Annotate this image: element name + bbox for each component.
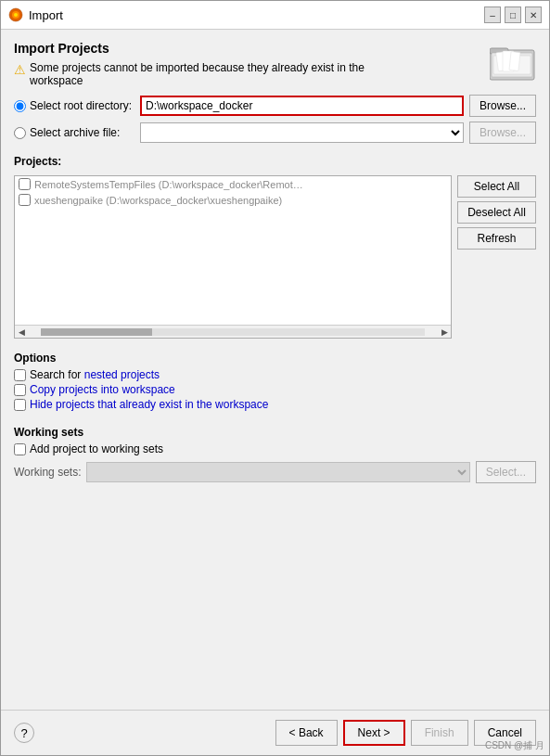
root-dir-row: Select root directory: Browse... [14,95,536,117]
list-item: xueshengpaike (D:\workspace_docker\xuesh… [15,192,451,208]
add-working-sets-label: Add project to working sets [30,442,163,455]
nested-projects-label: Search for nested projects [30,368,160,381]
archive-radio[interactable] [14,127,26,139]
options-section: Options Search for nested projects Copy … [14,352,536,413]
header-left: Import Projects ⚠ Some projects cannot b… [14,41,490,87]
working-sets-select-button[interactable]: Select... [476,461,536,483]
help-button[interactable]: ? [14,723,34,743]
footer: ? < Back Next > Finish Cancel [1,710,549,755]
working-sets-section: Working sets Add project to working sets… [14,426,536,483]
minimize-button[interactable]: – [484,6,501,23]
list-item: RemoteSystemsTempFiles (D:\workspace_doc… [15,176,451,192]
nested-projects-checkbox[interactable] [14,369,26,381]
nested-link[interactable]: nested projects [84,368,160,381]
projects-list[interactable]: RemoteSystemsTempFiles (D:\workspace_doc… [15,176,451,325]
hide-link[interactable]: Hide projects that already exist in the … [30,398,268,411]
app-icon [8,7,23,22]
nested-projects-row: Search for nested projects [14,368,536,381]
page-title: Import Projects [14,41,490,56]
scroll-left-arrow[interactable]: ◀ [15,327,28,337]
working-sets-select[interactable] [86,462,469,482]
scrollbar-track [41,328,425,336]
working-sets-input-row: Working sets: Select... [14,461,536,483]
hide-projects-label: Hide projects that already exist in the … [30,398,268,411]
add-to-working-sets-row: Add project to working sets [14,442,536,455]
close-button[interactable]: ✕ [525,6,542,23]
finish-button[interactable]: Finish [411,720,468,746]
copy-projects-checkbox[interactable] [14,384,26,396]
archive-row: Select archive file: Browse... [14,122,536,144]
svg-rect-9 [509,52,520,71]
options-label: Options [14,352,536,365]
hide-projects-checkbox[interactable] [14,399,26,411]
dialog-content: Import Projects ⚠ Some projects cannot b… [1,30,549,710]
import-dialog: Import – □ ✕ Import Projects ⚠ Some proj… [0,0,550,756]
svg-point-2 [14,13,18,17]
back-button[interactable]: < Back [275,720,338,746]
root-dir-radio[interactable] [14,100,26,112]
watermark: CSDN @捕 月 [485,739,544,752]
window-title: Import [29,8,479,22]
form-section: Select root directory: Browse... Select … [14,95,536,144]
project-checkbox-1[interactable] [19,194,31,206]
copy-link[interactable]: Copy projects into workspace [30,383,175,396]
scrollbar-thumb[interactable] [41,328,152,336]
maximize-button[interactable]: □ [505,6,521,23]
warning-box: ⚠ Some projects cannot be imported becau… [14,61,385,87]
sets-label: Working sets: [14,466,81,479]
window-controls: – □ ✕ [484,6,542,23]
header-row: Import Projects ⚠ Some projects cannot b… [14,41,536,87]
copy-projects-label: Copy projects into workspace [30,383,175,396]
root-dir-input[interactable] [140,96,464,116]
archive-label[interactable]: Select archive file: [14,126,134,139]
title-bar: Import – □ ✕ [1,1,549,30]
deselect-all-button[interactable]: Deselect All [457,201,536,224]
warning-icon: ⚠ [14,62,26,77]
add-working-sets-checkbox[interactable] [14,443,26,455]
next-button[interactable]: Next > [343,720,405,746]
scroll-right-arrow[interactable]: ▶ [438,327,451,337]
browse-archive-button[interactable]: Browse... [469,122,536,144]
hide-projects-row: Hide projects that already exist in the … [14,398,536,411]
archive-select[interactable] [140,122,464,143]
horizontal-scrollbar[interactable]: ◀ ▶ [15,325,451,338]
select-all-button[interactable]: Select All [457,175,536,198]
copy-projects-row: Copy projects into workspace [14,383,536,396]
warning-text: Some projects cannot be imported because… [30,61,385,87]
folder-icon [490,41,536,83]
refresh-button[interactable]: Refresh [457,227,536,250]
side-buttons: Select All Deselect All Refresh [457,175,536,339]
project-checkbox-0[interactable] [19,178,31,190]
working-sets-label: Working sets [14,426,536,439]
projects-list-container: RemoteSystemsTempFiles (D:\workspace_doc… [14,175,452,339]
projects-area: RemoteSystemsTempFiles (D:\workspace_doc… [14,175,536,339]
projects-label: Projects: [14,155,536,168]
root-dir-label[interactable]: Select root directory: [14,99,134,112]
browse-root-button[interactable]: Browse... [469,95,536,117]
